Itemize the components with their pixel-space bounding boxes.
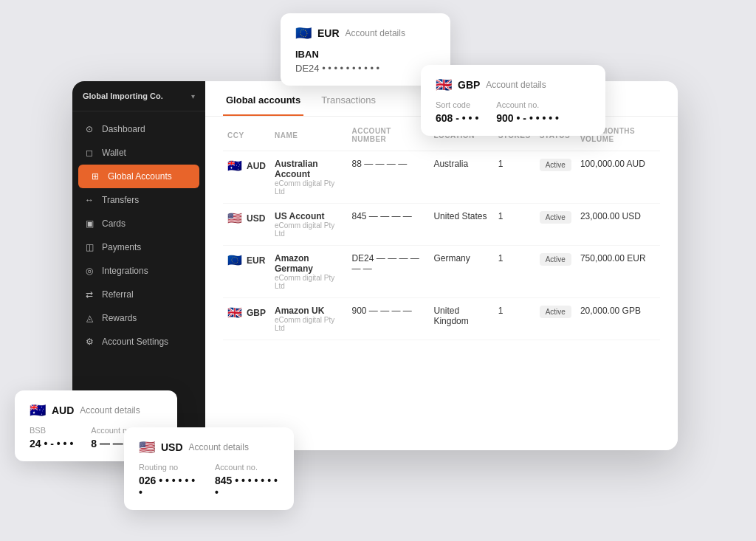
sidebar-item-wallet-label: Wallet [102, 148, 126, 158]
cell-name-1: US Account eComm digital Pty Ltd [270, 204, 347, 246]
status-badge-2: Active [540, 253, 571, 266]
table-row[interactable]: 🇪🇺 EUR Amazon Germany eComm digital Pty … [223, 246, 660, 298]
sidebar-item-dashboard-label: Dashboard [102, 124, 145, 134]
sidebar-item-transfers[interactable]: ↔ Transfers [72, 188, 205, 212]
accounts-table: CCY NAME ACCOUNT NUMBER LOCATION STORES … [223, 120, 660, 340]
status-badge-1: Active [540, 211, 571, 224]
chevron-down-icon: ▾ [191, 92, 195, 100]
gbp-account-no-field: Account no. 900 • - • • • • • [496, 100, 559, 124]
sidebar-item-rewards-label: Rewards [102, 313, 137, 323]
sidebar-item-payments[interactable]: ◫ Payments [72, 235, 205, 259]
cell-location-3: United Kingdom [429, 298, 493, 340]
cell-status-1: Active [535, 204, 576, 246]
main-content: Global accounts Transactions CCY NAME AC… [205, 81, 678, 450]
sidebar-item-global-accounts[interactable]: ⊞ Global Accounts [78, 165, 199, 188]
gbp-card-fields: Sort code 608 - • • • Account no. 900 • … [436, 100, 591, 124]
cell-stores-3: 1 [494, 298, 535, 340]
sidebar-item-cards[interactable]: ▣ Cards [72, 212, 205, 235]
usd-detail-label: Account details [189, 442, 249, 452]
flag-icon-3: 🇬🇧 [227, 306, 242, 320]
cell-name-3: Amazon UK eComm digital Pty Ltd [270, 298, 347, 340]
gbp-detail-label: Account details [486, 80, 546, 90]
flag-icon-0: 🇦🇺 [227, 159, 242, 173]
cell-location-0: Australia [429, 151, 493, 204]
sidebar-item-cards-label: Cards [102, 218, 126, 229]
aud-currency-label: AUD [52, 404, 74, 416]
gbp-sort-code-field: Sort code 608 - • • • [436, 100, 478, 124]
usd-account-no-field: Account no. 845 • • • • • • • • [215, 463, 279, 498]
table-row[interactable]: 🇦🇺 AUD Australian Account eComm digital … [223, 151, 660, 204]
aud-card-header: 🇦🇺 AUD Account details [30, 402, 162, 418]
sidebar-item-account-settings-label: Account Settings [102, 337, 168, 347]
cell-stores-2: 1 [494, 246, 535, 298]
cell-volume-1: 23,000.00 USD [576, 204, 660, 246]
sidebar-item-global-accounts-label: Global Accounts [108, 171, 172, 182]
usd-account-card: 🇺🇸 USD Account details Routing no 026 • … [124, 427, 294, 510]
cell-account-number-1: 845 — — — — [347, 204, 429, 246]
tab-transactions[interactable]: Transactions [318, 94, 379, 116]
transfers-icon: ↔ [84, 195, 94, 205]
eur-iban-label: IBAN [295, 49, 436, 60]
eur-currency-label: EUR [317, 27, 340, 39]
sidebar-item-account-settings[interactable]: ⚙ Account Settings [72, 330, 205, 354]
cell-volume-3: 20,000.00 GPB [576, 298, 660, 340]
cell-volume-2: 750,000.00 EUR [576, 246, 660, 298]
aud-detail-label: Account details [80, 405, 140, 416]
cell-location-1: United States [429, 204, 493, 246]
sidebar-item-payments-label: Payments [102, 242, 141, 252]
sidebar-item-dashboard[interactable]: ⊙ Dashboard [72, 117, 205, 141]
cards-icon: ▣ [84, 218, 94, 229]
integrations-icon: ◎ [84, 266, 94, 276]
company-name: Global Importing Co. [83, 92, 163, 100]
sidebar-item-integrations-label: Integrations [102, 266, 148, 276]
aud-flag-icon: 🇦🇺 [30, 402, 46, 418]
accounts-table-container: CCY NAME ACCOUNT NUMBER LOCATION STORES … [205, 117, 678, 450]
cell-ccy-1: 🇺🇸 USD [223, 204, 270, 246]
table-row[interactable]: 🇺🇸 USD US Account eComm digital Pty Ltd … [223, 204, 660, 246]
usd-card-header: 🇺🇸 USD Account details [139, 439, 279, 455]
cell-ccy-3: 🇬🇧 GBP [223, 298, 270, 340]
cell-name-2: Amazon Germany eComm digital Pty Ltd [270, 246, 347, 298]
eur-detail-label: Account details [346, 28, 405, 38]
sidebar-item-wallet[interactable]: ◻ Wallet [72, 141, 205, 165]
cell-volume-0: 100,000.00 AUD [576, 151, 660, 204]
rewards-icon: ◬ [84, 313, 94, 323]
cell-status-3: Active [535, 298, 576, 340]
cell-account-number-3: 900 — — — — [347, 298, 429, 340]
cell-name-0: Australian Account eComm digital Pty Ltd [270, 151, 347, 204]
cell-stores-1: 1 [494, 204, 535, 246]
cell-ccy-0: 🇦🇺 AUD [223, 151, 270, 204]
payments-icon: ◫ [84, 242, 94, 252]
cell-account-number-2: DE24 — — — — — — [347, 246, 429, 298]
sidebar-item-referral[interactable]: ⇄ Referral [72, 283, 205, 306]
sidebar-item-referral-label: Referral [102, 289, 134, 300]
col-name: NAME [270, 120, 347, 151]
sidebar-item-rewards[interactable]: ◬ Rewards [72, 306, 205, 330]
col-ccy: CCY [223, 120, 270, 151]
eur-iban-value: DE24 • • • • • • • • • • [295, 63, 436, 74]
sidebar-item-integrations[interactable]: ◎ Integrations [72, 259, 205, 283]
gbp-currency-label: GBP [458, 79, 480, 91]
table-body: 🇦🇺 AUD Australian Account eComm digital … [223, 151, 660, 340]
cell-ccy-2: 🇪🇺 EUR [223, 246, 270, 298]
usd-currency-label: USD [161, 441, 183, 453]
usd-routing-field: Routing no 026 • • • • • • • [139, 463, 197, 498]
cell-account-number-0: 88 — — — — [347, 151, 429, 204]
status-badge-0: Active [540, 159, 571, 171]
usd-card-fields: Routing no 026 • • • • • • • Account no.… [139, 463, 279, 498]
wallet-icon: ◻ [84, 148, 94, 158]
sidebar-header[interactable]: Global Importing Co. ▾ [72, 81, 205, 111]
global-accounts-icon: ⊞ [90, 171, 100, 182]
referral-icon: ⇄ [84, 289, 94, 300]
dashboard-icon: ⊙ [84, 124, 94, 134]
usd-flag-icon: 🇺🇸 [139, 439, 155, 455]
tab-global-accounts[interactable]: Global accounts [223, 94, 303, 116]
eur-card-header: 🇪🇺 EUR Account details [295, 25, 436, 41]
eur-flag-icon: 🇪🇺 [295, 25, 312, 41]
col-account-number: ACCOUNT NUMBER [347, 120, 429, 151]
cell-location-2: Germany [429, 246, 493, 298]
flag-icon-1: 🇺🇸 [227, 211, 242, 225]
table-row[interactable]: 🇬🇧 GBP Amazon UK eComm digital Pty Ltd 9… [223, 298, 660, 340]
settings-icon: ⚙ [84, 337, 94, 347]
aud-bsb-field: BSB 24 • - • • • [30, 426, 73, 449]
